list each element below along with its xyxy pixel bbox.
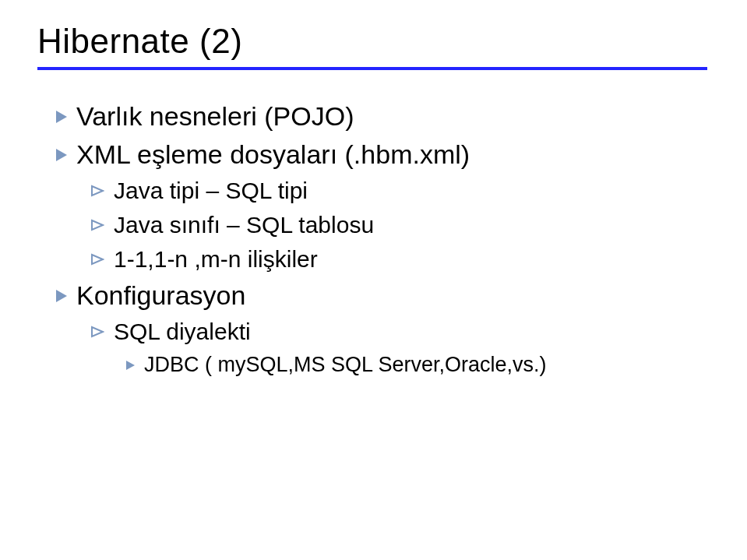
bullet-level2: Java tipi – SQL tipi (90, 178, 710, 204)
bullet-text: XML eşleme dosyaları (.hbm.xml) (76, 139, 470, 170)
arrow-filled-icon (126, 361, 135, 370)
bullet-text: Java tipi – SQL tipi (114, 178, 308, 204)
bullet-text: Konfigurasyon (76, 280, 245, 311)
arrow-filled-icon (56, 111, 67, 123)
arrow-filled-icon (56, 290, 67, 302)
svg-marker-0 (92, 186, 103, 195)
bullet-text: SQL diyalekti (114, 319, 251, 345)
bullet-level2: Java sınıfı – SQL tablosu (90, 212, 710, 238)
svg-marker-2 (92, 255, 103, 264)
bullet-level2: SQL diyalekti (90, 319, 710, 345)
bullet-level1: Varlık nesneleri (POJO) (56, 101, 710, 132)
svg-marker-1 (92, 220, 103, 230)
title-underline (37, 67, 707, 70)
arrow-outline-icon (90, 326, 104, 338)
bullet-level1: Konfigurasyon (56, 280, 710, 311)
bullet-text: JDBC ( mySQL,MS SQL Server,Oracle,vs.) (144, 353, 547, 377)
arrow-outline-icon (90, 185, 104, 197)
arrow-outline-icon (90, 253, 104, 266)
bullet-text: Java sınıfı – SQL tablosu (114, 212, 374, 238)
bullet-level2: 1-1,1-n ,m-n ilişkiler (90, 246, 710, 273)
bullet-text: Varlık nesneleri (POJO) (76, 101, 354, 132)
bullet-level1: XML eşleme dosyaları (.hbm.xml) (56, 139, 710, 170)
arrow-outline-icon (90, 219, 104, 231)
bullet-level3: JDBC ( mySQL,MS SQL Server,Oracle,vs.) (126, 353, 710, 377)
slide-title: Hibernate (2) (37, 22, 710, 61)
svg-marker-3 (92, 327, 103, 336)
slide: Hibernate (2) Varlık nesneleri (POJO) XM… (0, 0, 747, 413)
bullet-text: 1-1,1-n ,m-n ilişkiler (114, 246, 318, 273)
arrow-filled-icon (56, 149, 67, 161)
slide-content: Varlık nesneleri (POJO) XML eşleme dosya… (37, 101, 710, 377)
